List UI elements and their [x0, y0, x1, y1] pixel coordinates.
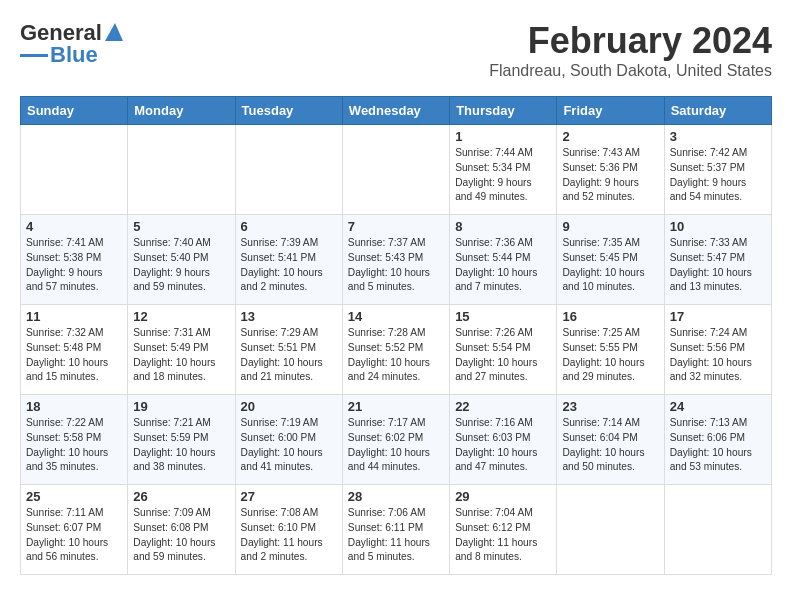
day-info: Sunrise: 7:35 AM Sunset: 5:45 PM Dayligh…: [562, 236, 658, 295]
day-info: Sunrise: 7:09 AM Sunset: 6:08 PM Dayligh…: [133, 506, 229, 565]
calendar-cell: 28Sunrise: 7:06 AM Sunset: 6:11 PM Dayli…: [342, 485, 449, 575]
day-info: Sunrise: 7:44 AM Sunset: 5:34 PM Dayligh…: [455, 146, 551, 205]
calendar-cell: 24Sunrise: 7:13 AM Sunset: 6:06 PM Dayli…: [664, 395, 771, 485]
day-number: 13: [241, 309, 337, 324]
day-number: 9: [562, 219, 658, 234]
calendar-table: SundayMondayTuesdayWednesdayThursdayFrid…: [20, 96, 772, 575]
day-info: Sunrise: 7:29 AM Sunset: 5:51 PM Dayligh…: [241, 326, 337, 385]
day-number: 16: [562, 309, 658, 324]
calendar-cell: 4Sunrise: 7:41 AM Sunset: 5:38 PM Daylig…: [21, 215, 128, 305]
calendar-cell: 13Sunrise: 7:29 AM Sunset: 5:51 PM Dayli…: [235, 305, 342, 395]
calendar-cell: 26Sunrise: 7:09 AM Sunset: 6:08 PM Dayli…: [128, 485, 235, 575]
day-info: Sunrise: 7:14 AM Sunset: 6:04 PM Dayligh…: [562, 416, 658, 475]
calendar-cell: 14Sunrise: 7:28 AM Sunset: 5:52 PM Dayli…: [342, 305, 449, 395]
calendar-cell: [342, 125, 449, 215]
day-info: Sunrise: 7:39 AM Sunset: 5:41 PM Dayligh…: [241, 236, 337, 295]
header-tuesday: Tuesday: [235, 97, 342, 125]
calendar-cell: 6Sunrise: 7:39 AM Sunset: 5:41 PM Daylig…: [235, 215, 342, 305]
day-info: Sunrise: 7:42 AM Sunset: 5:37 PM Dayligh…: [670, 146, 766, 205]
calendar-cell: 5Sunrise: 7:40 AM Sunset: 5:40 PM Daylig…: [128, 215, 235, 305]
calendar-cell: 9Sunrise: 7:35 AM Sunset: 5:45 PM Daylig…: [557, 215, 664, 305]
day-number: 20: [241, 399, 337, 414]
day-number: 8: [455, 219, 551, 234]
calendar-cell: 29Sunrise: 7:04 AM Sunset: 6:12 PM Dayli…: [450, 485, 557, 575]
day-number: 29: [455, 489, 551, 504]
calendar-cell: 3Sunrise: 7:42 AM Sunset: 5:37 PM Daylig…: [664, 125, 771, 215]
logo-blue-text: Blue: [50, 42, 98, 68]
day-info: Sunrise: 7:32 AM Sunset: 5:48 PM Dayligh…: [26, 326, 122, 385]
day-info: Sunrise: 7:04 AM Sunset: 6:12 PM Dayligh…: [455, 506, 551, 565]
calendar-week-row: 11Sunrise: 7:32 AM Sunset: 5:48 PM Dayli…: [21, 305, 772, 395]
day-number: 12: [133, 309, 229, 324]
calendar-cell: 20Sunrise: 7:19 AM Sunset: 6:00 PM Dayli…: [235, 395, 342, 485]
calendar-cell: 11Sunrise: 7:32 AM Sunset: 5:48 PM Dayli…: [21, 305, 128, 395]
day-info: Sunrise: 7:40 AM Sunset: 5:40 PM Dayligh…: [133, 236, 229, 295]
calendar-title-section: February 2024 Flandreau, South Dakota, U…: [489, 20, 772, 80]
day-info: Sunrise: 7:19 AM Sunset: 6:00 PM Dayligh…: [241, 416, 337, 475]
calendar-cell: 10Sunrise: 7:33 AM Sunset: 5:47 PM Dayli…: [664, 215, 771, 305]
day-info: Sunrise: 7:22 AM Sunset: 5:58 PM Dayligh…: [26, 416, 122, 475]
month-title: February 2024: [489, 20, 772, 62]
day-info: Sunrise: 7:28 AM Sunset: 5:52 PM Dayligh…: [348, 326, 444, 385]
day-info: Sunrise: 7:13 AM Sunset: 6:06 PM Dayligh…: [670, 416, 766, 475]
day-number: 26: [133, 489, 229, 504]
calendar-cell: 22Sunrise: 7:16 AM Sunset: 6:03 PM Dayli…: [450, 395, 557, 485]
logo-arrow-icon: [103, 21, 125, 43]
header-sunday: Sunday: [21, 97, 128, 125]
header-thursday: Thursday: [450, 97, 557, 125]
day-number: 6: [241, 219, 337, 234]
header-wednesday: Wednesday: [342, 97, 449, 125]
header-saturday: Saturday: [664, 97, 771, 125]
page-header: General Blue February 2024 Flandreau, So…: [20, 20, 772, 80]
calendar-cell: 23Sunrise: 7:14 AM Sunset: 6:04 PM Dayli…: [557, 395, 664, 485]
day-number: 14: [348, 309, 444, 324]
logo: General Blue: [20, 20, 125, 68]
calendar-cell: 19Sunrise: 7:21 AM Sunset: 5:59 PM Dayli…: [128, 395, 235, 485]
day-number: 27: [241, 489, 337, 504]
calendar-cell: 7Sunrise: 7:37 AM Sunset: 5:43 PM Daylig…: [342, 215, 449, 305]
day-number: 11: [26, 309, 122, 324]
day-info: Sunrise: 7:16 AM Sunset: 6:03 PM Dayligh…: [455, 416, 551, 475]
day-info: Sunrise: 7:21 AM Sunset: 5:59 PM Dayligh…: [133, 416, 229, 475]
calendar-cell: 12Sunrise: 7:31 AM Sunset: 5:49 PM Dayli…: [128, 305, 235, 395]
day-info: Sunrise: 7:43 AM Sunset: 5:36 PM Dayligh…: [562, 146, 658, 205]
day-info: Sunrise: 7:08 AM Sunset: 6:10 PM Dayligh…: [241, 506, 337, 565]
day-info: Sunrise: 7:17 AM Sunset: 6:02 PM Dayligh…: [348, 416, 444, 475]
calendar-cell: 8Sunrise: 7:36 AM Sunset: 5:44 PM Daylig…: [450, 215, 557, 305]
calendar-cell: 25Sunrise: 7:11 AM Sunset: 6:07 PM Dayli…: [21, 485, 128, 575]
calendar-cell: 21Sunrise: 7:17 AM Sunset: 6:02 PM Dayli…: [342, 395, 449, 485]
header-monday: Monday: [128, 97, 235, 125]
day-number: 22: [455, 399, 551, 414]
calendar-cell: [557, 485, 664, 575]
calendar-week-row: 4Sunrise: 7:41 AM Sunset: 5:38 PM Daylig…: [21, 215, 772, 305]
location-title: Flandreau, South Dakota, United States: [489, 62, 772, 80]
calendar-cell: 1Sunrise: 7:44 AM Sunset: 5:34 PM Daylig…: [450, 125, 557, 215]
calendar-cell: [128, 125, 235, 215]
calendar-cell: [664, 485, 771, 575]
day-number: 25: [26, 489, 122, 504]
day-info: Sunrise: 7:11 AM Sunset: 6:07 PM Dayligh…: [26, 506, 122, 565]
day-number: 21: [348, 399, 444, 414]
calendar-week-row: 1Sunrise: 7:44 AM Sunset: 5:34 PM Daylig…: [21, 125, 772, 215]
day-number: 24: [670, 399, 766, 414]
day-number: 19: [133, 399, 229, 414]
day-info: Sunrise: 7:24 AM Sunset: 5:56 PM Dayligh…: [670, 326, 766, 385]
calendar-cell: 15Sunrise: 7:26 AM Sunset: 5:54 PM Dayli…: [450, 305, 557, 395]
day-number: 5: [133, 219, 229, 234]
calendar-cell: [235, 125, 342, 215]
day-number: 1: [455, 129, 551, 144]
day-number: 4: [26, 219, 122, 234]
day-info: Sunrise: 7:25 AM Sunset: 5:55 PM Dayligh…: [562, 326, 658, 385]
day-info: Sunrise: 7:31 AM Sunset: 5:49 PM Dayligh…: [133, 326, 229, 385]
calendar-cell: 16Sunrise: 7:25 AM Sunset: 5:55 PM Dayli…: [557, 305, 664, 395]
calendar-cell: 17Sunrise: 7:24 AM Sunset: 5:56 PM Dayli…: [664, 305, 771, 395]
calendar-cell: [21, 125, 128, 215]
day-number: 7: [348, 219, 444, 234]
svg-marker-0: [105, 23, 123, 41]
day-info: Sunrise: 7:06 AM Sunset: 6:11 PM Dayligh…: [348, 506, 444, 565]
calendar-header-row: SundayMondayTuesdayWednesdayThursdayFrid…: [21, 97, 772, 125]
day-number: 18: [26, 399, 122, 414]
day-info: Sunrise: 7:41 AM Sunset: 5:38 PM Dayligh…: [26, 236, 122, 295]
calendar-cell: 18Sunrise: 7:22 AM Sunset: 5:58 PM Dayli…: [21, 395, 128, 485]
day-number: 3: [670, 129, 766, 144]
